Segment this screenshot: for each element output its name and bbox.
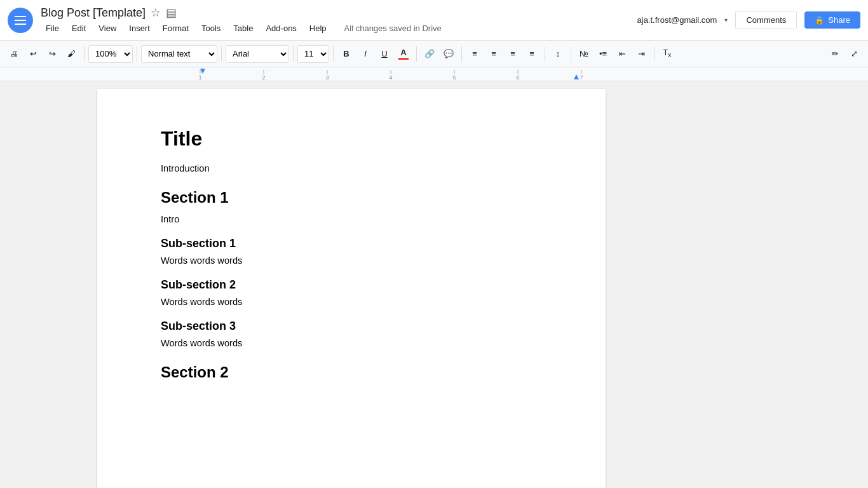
top-right-area: aja.t.frost@gmail.com ▾ Comments 🔒 Share	[637, 11, 860, 29]
separator-2	[137, 46, 137, 62]
align-left-icon: ≡	[472, 49, 477, 58]
numbered-list-button[interactable]: №	[575, 45, 593, 63]
align-center-icon: ≡	[491, 49, 496, 58]
doc-subsection2[interactable]: Sub-section 2	[161, 278, 555, 292]
toolbar-right: ✏ ⤢	[826, 45, 863, 63]
menu-edit[interactable]: Edit	[67, 22, 91, 34]
top-bar: Blog Post [Template] ☆ ▤ File Edit View …	[0, 0, 868, 41]
align-right-icon: ≡	[510, 49, 515, 58]
comment-button[interactable]: 💬	[440, 45, 458, 63]
link-icon: 🔗	[424, 49, 435, 58]
document-page[interactable]: Title Introduction Section 1 Intro Sub-s…	[97, 89, 606, 488]
toolbar: 🖨 ↩ ↪ 🖌 100% Normal text Arial 11 B I U …	[0, 41, 868, 67]
redo-icon: ↪	[49, 49, 56, 58]
ruler: 1 2 3 4 5 6 7	[0, 67, 868, 81]
numbered-list-icon: №	[580, 49, 588, 58]
print-button[interactable]: 🖨	[5, 45, 23, 63]
ruler-tick-5: 6	[516, 70, 519, 81]
ruler-tick-1: 2	[262, 70, 265, 81]
menu-addons[interactable]: Add-ons	[261, 22, 301, 34]
doc-subsection3[interactable]: Sub-section 3	[161, 320, 555, 333]
link-button[interactable]: 🔗	[421, 45, 438, 63]
menu-insert[interactable]: Insert	[124, 22, 155, 34]
clear-format-icon: Tx	[663, 48, 671, 58]
pencil-icon: ✏	[832, 49, 839, 58]
menu-file[interactable]: File	[41, 22, 64, 34]
hamburger-menu[interactable]	[8, 8, 33, 33]
separator-4	[293, 46, 294, 62]
ruler-tick-0: 1	[198, 70, 201, 81]
font-color-a: A	[400, 48, 406, 57]
align-right-button[interactable]: ≡	[504, 45, 522, 63]
save-status: All changes saved in Drive	[344, 24, 442, 33]
doc-content-title[interactable]: Title	[161, 127, 555, 151]
doc-title[interactable]: Blog Post [Template]	[41, 6, 146, 20]
doc-section2[interactable]: Section 2	[161, 363, 555, 381]
menu-help[interactable]: Help	[304, 22, 332, 34]
ruler-tick-3: 4	[389, 70, 392, 81]
decrease-indent-button[interactable]: ⇤	[613, 45, 631, 63]
separator-8	[545, 46, 545, 62]
main-area: Title Introduction Section 1 Intro Sub-s…	[0, 81, 868, 488]
bullet-list-button[interactable]: •≡	[594, 45, 612, 63]
separator-3	[221, 46, 222, 62]
expand-button[interactable]: ⤢	[845, 45, 863, 63]
lock-icon: 🔒	[815, 16, 824, 25]
font-size-select[interactable]: 11	[297, 45, 329, 63]
ruler-tick-6: 7	[580, 70, 583, 81]
doc-subsection3-text[interactable]: Words words words	[161, 338, 555, 348]
doc-subsection1-text[interactable]: Words words words	[161, 255, 555, 266]
align-left-button[interactable]: ≡	[466, 45, 484, 63]
color-bar	[398, 58, 409, 60]
share-button[interactable]: 🔒 Share	[804, 11, 860, 29]
menu-format[interactable]: Format	[158, 22, 194, 34]
clear-format-button[interactable]: Tx	[658, 45, 676, 63]
separator-10	[654, 46, 654, 62]
share-label: Share	[828, 15, 850, 25]
document-scroll[interactable]: Title Introduction Section 1 Intro Sub-s…	[0, 81, 703, 488]
font-color-indicator: A	[398, 48, 409, 60]
menu-bar: File Edit View Insert Format Tools Table…	[41, 22, 637, 34]
doc-introduction[interactable]: Introduction	[161, 163, 555, 173]
doc-section1-intro[interactable]: Intro	[161, 214, 555, 224]
doc-subsection2-text[interactable]: Words words words	[161, 297, 555, 307]
print-icon: 🖨	[10, 49, 18, 58]
comments-button[interactable]: Comments	[735, 11, 797, 29]
separator-6	[416, 46, 417, 62]
bullet-list-icon: •≡	[599, 49, 607, 58]
align-justify-icon: ≡	[529, 49, 534, 58]
star-icon[interactable]: ☆	[151, 6, 161, 20]
right-indent-bot[interactable]	[574, 74, 579, 79]
underline-button[interactable]: U	[376, 45, 393, 63]
separator-1	[84, 46, 85, 62]
comment-icon: 💬	[444, 49, 454, 58]
paintformat-button[interactable]: 🖌	[62, 45, 80, 63]
italic-button[interactable]: I	[356, 45, 374, 63]
menu-view[interactable]: View	[93, 22, 121, 34]
separator-7	[461, 46, 462, 62]
doc-subsection1[interactable]: Sub-section 1	[161, 237, 555, 250]
user-dropdown-arrow[interactable]: ▾	[724, 17, 728, 24]
align-justify-button[interactable]: ≡	[523, 45, 541, 63]
right-panel	[703, 81, 868, 488]
ruler-tick-4: 5	[452, 70, 456, 81]
increase-indent-button[interactable]: ⇥	[632, 45, 650, 63]
user-email[interactable]: aja.t.frost@gmail.com	[637, 15, 717, 25]
redo-button[interactable]: ↪	[43, 45, 61, 63]
zoom-select[interactable]: 100%	[88, 45, 133, 63]
bold-button[interactable]: B	[337, 45, 355, 63]
undo-button[interactable]: ↩	[24, 45, 42, 63]
ruler-tick-2: 3	[325, 70, 329, 81]
font-color-button[interactable]: A	[395, 45, 412, 63]
font-select[interactable]: Arial	[226, 45, 289, 63]
text-style-select[interactable]: Normal text	[141, 45, 217, 63]
align-center-button[interactable]: ≡	[485, 45, 503, 63]
menu-tools[interactable]: Tools	[196, 22, 226, 34]
expand-icon: ⤢	[851, 49, 858, 58]
folder-icon[interactable]: ▤	[166, 6, 177, 20]
line-spacing-icon: ↕	[556, 49, 560, 58]
doc-section1[interactable]: Section 1	[161, 189, 555, 207]
line-spacing-button[interactable]: ↕	[549, 45, 567, 63]
pencil-mode-button[interactable]: ✏	[826, 45, 844, 63]
menu-table[interactable]: Table	[228, 22, 258, 34]
